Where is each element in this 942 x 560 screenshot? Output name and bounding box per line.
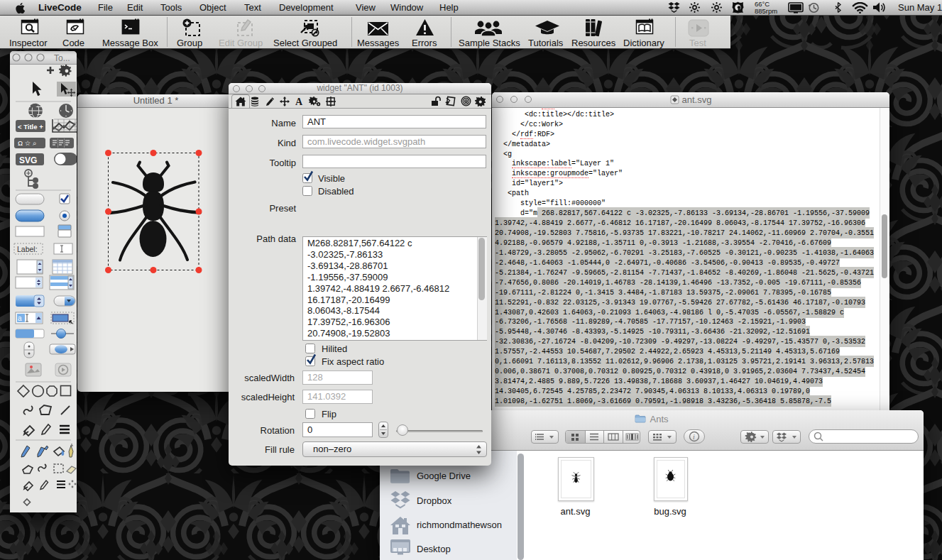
svg-text:SVG: SVG — [19, 155, 37, 165]
svg-text:To...: To... — [54, 53, 70, 63]
svg-text:A: A — [295, 97, 303, 106]
svg-text:< Title +: < Title + — [18, 123, 43, 131]
svg-text:Label:: Label: — [17, 245, 38, 253]
svg-text:a: a — [18, 314, 22, 322]
svg-text:i: i — [693, 433, 695, 441]
svg-text:Ω ☆ ⌕: Ω ☆ ⌕ — [18, 139, 36, 147]
